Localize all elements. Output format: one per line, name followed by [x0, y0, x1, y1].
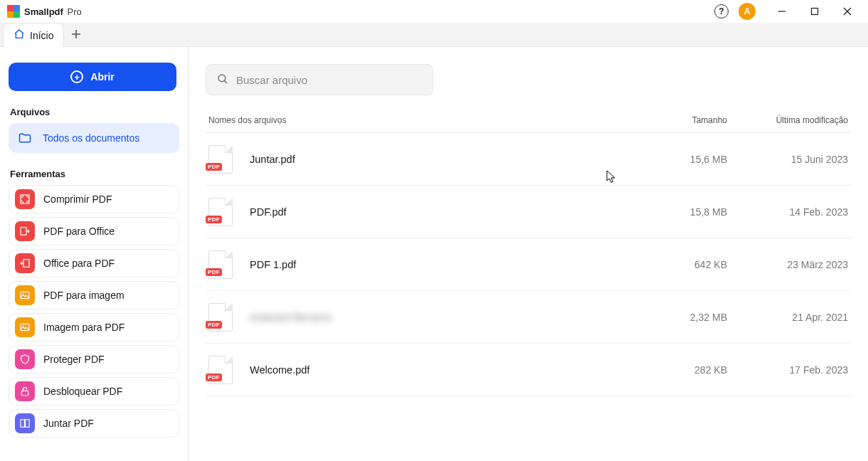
- svg-line-21: [224, 80, 227, 83]
- avatar[interactable]: A: [739, 3, 756, 20]
- svg-rect-18: [21, 420, 24, 428]
- search-placeholder: Buscar arquivo: [236, 74, 307, 86]
- col-name[interactable]: Nomes dos arquivos: [208, 115, 635, 125]
- file-size: 2,32 MB: [635, 312, 727, 323]
- col-modified[interactable]: Última modificação: [727, 115, 848, 125]
- tool-protect[interactable]: Proteger PDF: [9, 345, 179, 373]
- tool-compress[interactable]: Comprimir PDF: [9, 185, 179, 213]
- tool-label: Desbloquear PDF: [43, 386, 122, 397]
- tool-label: Proteger PDF: [43, 354, 105, 365]
- col-size[interactable]: Tamanho: [635, 115, 727, 125]
- file-size: 15,8 MB: [635, 206, 727, 218]
- tool-label: Juntar PDF: [43, 418, 94, 429]
- table-row[interactable]: PDF Juntar.pdf 15,6 MB 15 Juni 2023: [206, 133, 851, 186]
- tool-unlock[interactable]: Desbloquear PDF: [9, 377, 179, 406]
- svg-rect-12: [23, 260, 29, 267]
- open-button-label: Abrir: [90, 71, 114, 83]
- file-name: PDF 1.pdf: [250, 259, 635, 270]
- svg-rect-3: [14, 11, 20, 18]
- table-row[interactable]: PDF redacted filename 2,32 MB 21 Apr. 20…: [206, 291, 851, 344]
- compress-icon: [15, 189, 35, 209]
- window-minimize-button[interactable]: [766, 0, 798, 23]
- svg-rect-5: [812, 9, 818, 15]
- tool-label: PDF para Office: [43, 226, 115, 237]
- app-logo: [7, 5, 20, 18]
- unlock-icon: [15, 381, 35, 401]
- to-image-icon: [15, 285, 35, 305]
- file-size: 15,6 MB: [635, 154, 727, 165]
- table-header: Nomes dos arquivos Tamanho Última modifi…: [206, 115, 851, 133]
- tool-label: Imagem para PDF: [43, 322, 125, 333]
- section-tools-label: Ferramentas: [10, 169, 179, 179]
- file-modified: 14 Feb. 2023: [727, 206, 848, 218]
- tab-home-label: Início: [30, 30, 53, 41]
- table-row[interactable]: PDF Welcome.pdf 282 KB 17 Feb. 2023: [206, 344, 851, 396]
- pdf-file-icon: PDF: [208, 303, 233, 332]
- file-name: Juntar.pdf: [250, 154, 635, 165]
- pdf-badge: PDF: [206, 163, 222, 171]
- pdf-file-icon: PDF: [208, 198, 233, 226]
- tabstrip: Início: [0, 23, 868, 47]
- tool-label: Comprimir PDF: [43, 194, 112, 205]
- svg-point-14: [23, 294, 24, 295]
- app-tier: Pro: [68, 6, 82, 17]
- file-modified: 15 Juni 2023: [727, 154, 848, 165]
- sidebar-item-all-documents[interactable]: Todos os documentos: [9, 123, 179, 153]
- svg-rect-15: [21, 324, 29, 330]
- search-input[interactable]: Buscar arquivo: [206, 64, 433, 95]
- tool-to-office[interactable]: PDF para Office: [9, 217, 179, 245]
- window-maximize-button[interactable]: [798, 0, 831, 23]
- svg-rect-19: [26, 420, 29, 428]
- pdf-file-icon: PDF: [208, 145, 233, 174]
- plus-circle-icon: +: [70, 70, 83, 83]
- pdf-file-icon: PDF: [208, 356, 233, 384]
- app-title: Smallpdf Pro: [24, 6, 82, 17]
- tool-merge[interactable]: Juntar PDF: [9, 409, 179, 438]
- to-office-icon: [15, 221, 35, 241]
- sidebar: + Abrir Arquivos Todos os documentos Fer…: [0, 47, 189, 461]
- svg-rect-2: [7, 11, 14, 18]
- svg-rect-11: [21, 228, 26, 235]
- tool-to-image[interactable]: PDF para imagem: [9, 281, 179, 309]
- window-close-button[interactable]: [831, 0, 864, 23]
- file-name: PDF.pdf: [250, 206, 635, 218]
- file-modified: 23 März 2023: [727, 259, 848, 270]
- app-name: Smallpdf: [24, 6, 63, 17]
- titlebar: Smallpdf Pro ? A: [0, 0, 868, 23]
- merge-icon: [15, 413, 35, 433]
- pdf-file-icon: PDF: [208, 250, 233, 279]
- home-icon: [14, 28, 25, 42]
- search-icon: [216, 73, 229, 88]
- svg-rect-17: [21, 391, 28, 396]
- help-icon[interactable]: ?: [714, 4, 729, 18]
- pdf-badge: PDF: [206, 268, 222, 276]
- table-row[interactable]: PDF PDF 1.pdf 642 KB 23 März 2023: [206, 238, 851, 291]
- tool-from-office[interactable]: Office para PDF: [9, 249, 179, 277]
- from-office-icon: [15, 253, 35, 273]
- file-size: 642 KB: [635, 259, 727, 270]
- tab-home[interactable]: Início: [3, 23, 64, 47]
- file-modified: 21 Apr. 2021: [727, 312, 848, 323]
- from-image-icon: [15, 317, 35, 337]
- pdf-badge: PDF: [206, 321, 222, 329]
- svg-point-20: [218, 75, 226, 82]
- main-content: Buscar arquivo Nomes dos arquivos Tamanh…: [189, 47, 868, 461]
- new-tab-button[interactable]: [64, 22, 88, 46]
- tool-label: Office para PDF: [43, 258, 115, 269]
- avatar-initial: A: [744, 6, 751, 16]
- svg-point-16: [23, 326, 24, 327]
- open-button[interactable]: + Abrir: [9, 63, 176, 91]
- file-modified: 17 Feb. 2023: [727, 364, 848, 376]
- tool-from-image[interactable]: Imagem para PDF: [9, 313, 179, 341]
- table-row[interactable]: PDF PDF.pdf 15,8 MB 14 Feb. 2023: [206, 186, 851, 238]
- svg-rect-1: [14, 5, 20, 11]
- sidebar-item-label: Todos os documentos: [43, 132, 139, 144]
- svg-rect-10: [21, 195, 29, 203]
- file-size: 282 KB: [635, 364, 727, 376]
- section-files-label: Arquivos: [10, 107, 179, 117]
- protect-icon: [15, 349, 35, 369]
- tool-label: PDF para imagem: [43, 290, 125, 301]
- file-name: redacted filename: [250, 312, 635, 323]
- pdf-badge: PDF: [206, 373, 222, 381]
- file-name: Welcome.pdf: [250, 364, 635, 376]
